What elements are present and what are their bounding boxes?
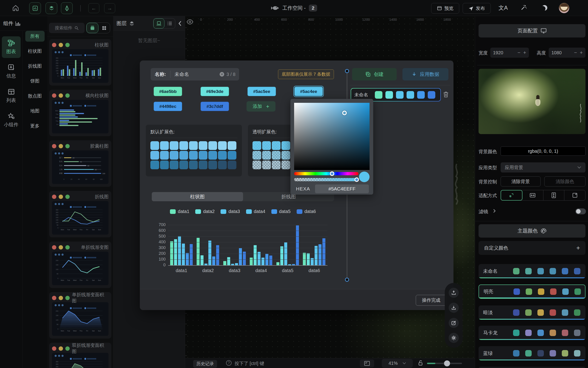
theme-row-partial[interactable] — [479, 367, 586, 368]
color-chip-#3c7ddf[interactable]: #3c7ddf — [199, 101, 230, 112]
ext-color-swatch[interactable] — [160, 161, 169, 169]
fit-width-button[interactable] — [522, 190, 543, 200]
selection-handle-bottom[interactable] — [345, 278, 349, 282]
theme-row-明亮[interactable]: 明亮 — [479, 285, 586, 299]
filter-toggle[interactable] — [575, 208, 586, 214]
category-item-柱状图[interactable]: 柱状图 — [25, 46, 45, 56]
component-card-单折线渐变面积图[interactable]: 单折线渐变面积图050100150200MonTueWedThuFriSatSu… — [49, 292, 111, 339]
category-item-饼图[interactable]: 饼图 — [25, 76, 45, 86]
ext-color-swatch[interactable] — [218, 141, 227, 150]
fit-stretch-button[interactable] — [564, 190, 585, 200]
dark-mode-moon-icon[interactable] — [542, 5, 547, 10]
component-card-双折线渐变面积图[interactable]: 双折线渐变面积图050100150200250300350MonTueWedTh… — [49, 343, 111, 368]
minus-icon[interactable]: − — [517, 50, 520, 56]
edit-button[interactable] — [449, 318, 459, 328]
ext-color-swatch[interactable] — [170, 151, 179, 160]
component-card-胶囊柱图[interactable]: 胶囊柱图厦门20青岛40北京60上海80新疆100020406080100 — [49, 140, 111, 187]
ext-color-swatch[interactable] — [150, 161, 159, 169]
ext-color-swatch[interactable] — [150, 141, 159, 150]
theme-row-马卡龙[interactable]: 马卡龙 — [479, 326, 586, 340]
category-item-折线图[interactable]: 折线图 — [25, 61, 45, 72]
add-custom-color-icon[interactable]: + — [576, 245, 580, 252]
fit-scale-button[interactable] — [501, 190, 523, 201]
ext-color-swatch[interactable] — [189, 141, 198, 150]
translate-icon[interactable]: 文A — [498, 4, 508, 11]
transparent-color-swatch[interactable] — [281, 141, 290, 150]
zoom-slider-handle[interactable] — [444, 360, 450, 366]
component-card-折线图[interactable]: 折线图050100150200250300350MonTueWedThuFriS… — [49, 191, 111, 237]
ext-color-swatch[interactable] — [199, 161, 208, 169]
background-image-preview[interactable] — [479, 69, 586, 134]
clear-background-button[interactable]: 清除背景 — [501, 176, 541, 186]
transparent-color-swatch[interactable] — [253, 141, 261, 150]
legend-item-data3[interactable]: data3 — [220, 209, 240, 214]
ext-color-swatch[interactable] — [228, 151, 236, 160]
transparent-color-swatch[interactable] — [253, 161, 261, 169]
transparent-color-swatch[interactable] — [272, 141, 280, 150]
avatar[interactable] — [559, 3, 569, 13]
ext-color-swatch[interactable] — [179, 161, 188, 169]
legend-item-data6[interactable]: data6 — [297, 209, 316, 214]
zoom-slider[interactable] — [427, 363, 462, 364]
color-chip-#6ae5bb[interactable]: #6ae5bb — [153, 86, 183, 97]
transparent-color-swatch[interactable] — [253, 151, 261, 160]
ext-color-swatch[interactable] — [160, 141, 169, 150]
alpha-handle[interactable] — [354, 177, 359, 182]
legend-item-data1[interactable]: data1 — [170, 209, 189, 214]
collapse-chevron-icon[interactable] — [178, 21, 182, 26]
height-stepper[interactable]: 1080 −+ — [549, 48, 586, 58]
transparent-color-swatch[interactable] — [262, 161, 271, 169]
transparent-color-swatch[interactable] — [281, 161, 290, 169]
width-stepper[interactable]: 1920 −+ — [490, 48, 529, 58]
ext-color-swatch[interactable] — [179, 141, 188, 150]
transparent-color-swatch[interactable] — [281, 151, 290, 160]
ext-color-swatch[interactable] — [228, 141, 236, 150]
category-item-更多[interactable]: 更多 — [25, 120, 45, 131]
theme-row-暗淡[interactable]: 暗淡 — [479, 305, 586, 320]
transparent-color-swatch[interactable] — [262, 151, 271, 160]
ext-color-swatch[interactable] — [208, 151, 217, 160]
transparent-color-swatch[interactable] — [262, 141, 271, 150]
app-type-select[interactable]: 应用背景 — [501, 162, 586, 173]
custom-colors-row[interactable]: 自定义颜色 + — [479, 241, 586, 255]
ext-color-swatch[interactable] — [199, 141, 208, 150]
settings-gear-button[interactable] — [449, 333, 459, 343]
add-color-button[interactable]: 添加+ — [246, 101, 275, 111]
sv-handle[interactable] — [342, 111, 347, 115]
alpha-slider[interactable] — [294, 178, 359, 181]
create-button[interactable]: 创建 — [352, 68, 397, 81]
ext-color-swatch[interactable] — [199, 151, 208, 160]
transparent-color-swatch[interactable] — [272, 161, 280, 169]
zoom-level-select[interactable]: 41% — [382, 359, 413, 368]
sidebar-item-info[interactable]: 信息 — [2, 61, 21, 82]
ext-color-swatch[interactable] — [218, 161, 227, 169]
ext-color-swatch[interactable] — [208, 141, 217, 150]
chevron-right-icon[interactable] — [493, 209, 496, 213]
download-button[interactable] — [449, 303, 459, 313]
fit-height-button[interactable] — [543, 190, 565, 200]
apply-data-button[interactable]: 应用数据 — [402, 68, 448, 81]
bg-color-value[interactable]: rgba(0, 0, 0, 1) — [501, 147, 586, 156]
ext-color-swatch[interactable] — [179, 151, 188, 160]
plus-icon[interactable]: + — [523, 50, 526, 56]
color-chip-#5ac5ee[interactable]: #5ac5ee — [246, 86, 277, 97]
sidebar-item-charts[interactable]: 图表 — [2, 36, 21, 58]
help-icon[interactable]: ? — [226, 360, 232, 366]
hex-input[interactable]: #5AC4EEFF — [315, 184, 369, 193]
color-chip-#4498ec[interactable]: #4498ec — [153, 101, 183, 112]
publish-button[interactable]: 发布 — [463, 3, 491, 14]
color-chip-#69e3de[interactable]: #69e3de — [199, 86, 230, 97]
canvas-view-segment[interactable] — [153, 18, 164, 28]
ext-color-swatch[interactable] — [189, 161, 198, 169]
category-item-地图[interactable]: 地图 — [25, 106, 45, 116]
component-card-横向柱状图[interactable]: 横向柱状图MonTueWedThuFri — [49, 90, 111, 136]
color-chip-#5ac4ee[interactable]: #5ac4ee — [293, 86, 324, 97]
theme-row-未命名[interactable]: 未命名 — [479, 264, 586, 278]
eye-icon[interactable] — [187, 19, 193, 24]
upload-button[interactable] — [449, 288, 459, 298]
transparent-color-swatch[interactable] — [272, 151, 280, 160]
ext-color-swatch[interactable] — [218, 151, 227, 160]
ext-color-swatch[interactable] — [170, 161, 179, 169]
sidebar-item-widgets[interactable]: 小组件 — [2, 110, 21, 131]
category-item-所有[interactable]: 所有 — [25, 31, 45, 42]
